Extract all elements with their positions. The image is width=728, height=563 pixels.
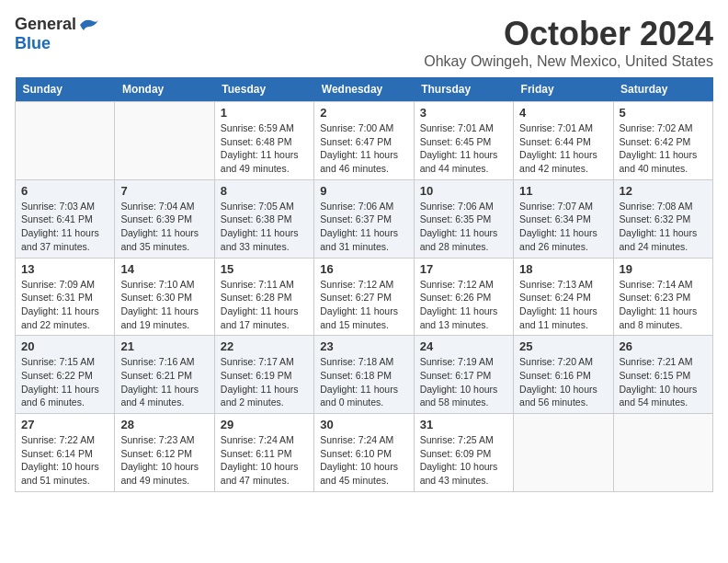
calendar-day-cell: 6Sunrise: 7:03 AMSunset: 6:41 PMDaylight… bbox=[16, 179, 115, 258]
day-number: 24 bbox=[420, 339, 507, 353]
calendar-day-cell: 2Sunrise: 7:00 AMSunset: 6:47 PMDaylight… bbox=[314, 102, 414, 180]
calendar-day-cell: 29Sunrise: 7:24 AMSunset: 6:11 PMDayligh… bbox=[214, 414, 313, 492]
day-info: Sunrise: 7:10 AMSunset: 6:30 PMDaylight:… bbox=[120, 278, 208, 332]
calendar-day-header: Tuesday bbox=[214, 77, 313, 102]
day-number: 13 bbox=[21, 262, 108, 276]
day-info: Sunrise: 7:24 AMSunset: 6:10 PMDaylight:… bbox=[320, 433, 407, 488]
day-number: 15 bbox=[221, 262, 308, 276]
day-info: Sunrise: 7:01 AMSunset: 6:45 PMDaylight:… bbox=[420, 121, 507, 176]
logo: General Blue bbox=[15, 15, 100, 53]
day-number: 10 bbox=[420, 184, 507, 198]
calendar-week-row: 20Sunrise: 7:15 AMSunset: 6:22 PMDayligh… bbox=[16, 336, 713, 414]
calendar-day-cell: 8Sunrise: 7:05 AMSunset: 6:38 PMDaylight… bbox=[214, 179, 313, 258]
calendar-day-cell: 30Sunrise: 7:24 AMSunset: 6:10 PMDayligh… bbox=[314, 414, 414, 492]
day-info: Sunrise: 7:15 AMSunset: 6:22 PMDaylight:… bbox=[21, 355, 108, 409]
calendar-day-cell: 25Sunrise: 7:20 AMSunset: 6:16 PMDayligh… bbox=[514, 336, 613, 414]
calendar-day-cell: 18Sunrise: 7:13 AMSunset: 6:24 PMDayligh… bbox=[514, 258, 613, 336]
calendar-day-cell: 17Sunrise: 7:12 AMSunset: 6:26 PMDayligh… bbox=[414, 258, 513, 336]
day-info: Sunrise: 7:25 AMSunset: 6:09 PMDaylight:… bbox=[420, 433, 507, 488]
day-info: Sunrise: 7:11 AMSunset: 6:28 PMDaylight:… bbox=[221, 278, 308, 332]
day-number: 27 bbox=[21, 418, 108, 431]
calendar-week-row: 13Sunrise: 7:09 AMSunset: 6:31 PMDayligh… bbox=[16, 258, 713, 336]
title-area: October 2024 Ohkay Owingeh, New Mexico, … bbox=[424, 15, 713, 70]
calendar-day-cell: 21Sunrise: 7:16 AMSunset: 6:21 PMDayligh… bbox=[115, 336, 214, 414]
day-number: 23 bbox=[320, 339, 407, 353]
calendar-day-cell: 12Sunrise: 7:08 AMSunset: 6:32 PMDayligh… bbox=[613, 179, 712, 258]
month-title: October 2024 bbox=[424, 15, 713, 53]
calendar-day-cell: 10Sunrise: 7:06 AMSunset: 6:35 PMDayligh… bbox=[414, 179, 513, 258]
calendar-day-header: Friday bbox=[514, 77, 613, 102]
day-info: Sunrise: 7:23 AMSunset: 6:12 PMDaylight:… bbox=[120, 433, 208, 488]
logo-bird-icon bbox=[78, 16, 100, 34]
calendar-day-cell: 20Sunrise: 7:15 AMSunset: 6:22 PMDayligh… bbox=[16, 336, 115, 414]
day-number: 5 bbox=[620, 106, 707, 120]
day-number: 22 bbox=[221, 339, 308, 353]
calendar-day-cell: 15Sunrise: 7:11 AMSunset: 6:28 PMDayligh… bbox=[214, 258, 313, 336]
day-number: 21 bbox=[120, 339, 208, 353]
day-info: Sunrise: 7:22 AMSunset: 6:14 PMDaylight:… bbox=[21, 433, 108, 488]
day-info: Sunrise: 7:01 AMSunset: 6:44 PMDaylight:… bbox=[519, 121, 607, 176]
day-info: Sunrise: 7:09 AMSunset: 6:31 PMDaylight:… bbox=[21, 278, 108, 332]
calendar-day-cell: 28Sunrise: 7:23 AMSunset: 6:12 PMDayligh… bbox=[115, 414, 214, 492]
day-number: 31 bbox=[420, 418, 507, 431]
page-header: General Blue October 2024 Ohkay Owingeh,… bbox=[15, 15, 713, 70]
day-number: 6 bbox=[21, 184, 108, 198]
day-info: Sunrise: 7:18 AMSunset: 6:18 PMDaylight:… bbox=[320, 355, 407, 409]
calendar-day-cell: 1Sunrise: 6:59 AMSunset: 6:48 PMDaylight… bbox=[214, 102, 313, 180]
day-info: Sunrise: 7:07 AMSunset: 6:34 PMDaylight:… bbox=[519, 200, 607, 254]
calendar-day-cell: 13Sunrise: 7:09 AMSunset: 6:31 PMDayligh… bbox=[16, 258, 115, 336]
calendar-day-cell: 23Sunrise: 7:18 AMSunset: 6:18 PMDayligh… bbox=[314, 336, 414, 414]
day-info: Sunrise: 7:00 AMSunset: 6:47 PMDaylight:… bbox=[320, 121, 407, 176]
day-number: 3 bbox=[420, 106, 507, 120]
day-number: 29 bbox=[221, 418, 308, 431]
calendar-day-cell bbox=[115, 102, 214, 180]
day-number: 1 bbox=[221, 106, 308, 120]
day-info: Sunrise: 7:04 AMSunset: 6:39 PMDaylight:… bbox=[120, 200, 208, 254]
logo-general: General bbox=[15, 15, 76, 34]
day-info: Sunrise: 7:06 AMSunset: 6:35 PMDaylight:… bbox=[420, 200, 507, 254]
calendar-day-header: Monday bbox=[115, 77, 214, 102]
calendar-day-cell: 24Sunrise: 7:19 AMSunset: 6:17 PMDayligh… bbox=[414, 336, 513, 414]
calendar-day-header: Sunday bbox=[16, 77, 115, 102]
calendar-day-cell: 31Sunrise: 7:25 AMSunset: 6:09 PMDayligh… bbox=[414, 414, 513, 492]
day-info: Sunrise: 7:21 AMSunset: 6:15 PMDaylight:… bbox=[620, 355, 707, 409]
calendar-day-cell: 22Sunrise: 7:17 AMSunset: 6:19 PMDayligh… bbox=[214, 336, 313, 414]
day-number: 16 bbox=[320, 262, 407, 276]
calendar-day-cell: 3Sunrise: 7:01 AMSunset: 6:45 PMDaylight… bbox=[414, 102, 513, 180]
day-info: Sunrise: 7:24 AMSunset: 6:11 PMDaylight:… bbox=[221, 433, 308, 488]
day-info: Sunrise: 7:05 AMSunset: 6:38 PMDaylight:… bbox=[221, 200, 308, 254]
day-number: 12 bbox=[620, 184, 707, 198]
day-number: 2 bbox=[320, 106, 407, 120]
calendar-table: SundayMondayTuesdayWednesdayThursdayFrid… bbox=[15, 77, 713, 492]
day-number: 17 bbox=[420, 262, 507, 276]
day-number: 4 bbox=[519, 106, 607, 120]
calendar-day-cell: 9Sunrise: 7:06 AMSunset: 6:37 PMDaylight… bbox=[314, 179, 414, 258]
calendar-week-row: 1Sunrise: 6:59 AMSunset: 6:48 PMDaylight… bbox=[16, 102, 713, 180]
calendar-day-cell bbox=[16, 102, 115, 180]
day-info: Sunrise: 7:14 AMSunset: 6:23 PMDaylight:… bbox=[620, 278, 707, 332]
calendar-day-cell: 4Sunrise: 7:01 AMSunset: 6:44 PMDaylight… bbox=[514, 102, 613, 180]
day-info: Sunrise: 6:59 AMSunset: 6:48 PMDaylight:… bbox=[221, 121, 308, 176]
day-info: Sunrise: 7:19 AMSunset: 6:17 PMDaylight:… bbox=[420, 355, 507, 409]
day-number: 28 bbox=[120, 418, 208, 431]
day-info: Sunrise: 7:12 AMSunset: 6:27 PMDaylight:… bbox=[320, 278, 407, 332]
calendar-day-header: Thursday bbox=[414, 77, 513, 102]
day-number: 26 bbox=[620, 339, 707, 353]
calendar-day-cell bbox=[514, 414, 613, 492]
calendar-week-row: 6Sunrise: 7:03 AMSunset: 6:41 PMDaylight… bbox=[16, 179, 713, 258]
day-number: 25 bbox=[519, 339, 607, 353]
day-number: 30 bbox=[320, 418, 407, 431]
calendar-day-cell: 26Sunrise: 7:21 AMSunset: 6:15 PMDayligh… bbox=[613, 336, 712, 414]
day-number: 19 bbox=[620, 262, 707, 276]
location: Ohkay Owingeh, New Mexico, United States bbox=[424, 53, 713, 70]
day-info: Sunrise: 7:03 AMSunset: 6:41 PMDaylight:… bbox=[21, 200, 108, 254]
calendar-week-row: 27Sunrise: 7:22 AMSunset: 6:14 PMDayligh… bbox=[16, 414, 713, 492]
day-number: 7 bbox=[120, 184, 208, 198]
calendar-day-cell: 5Sunrise: 7:02 AMSunset: 6:42 PMDaylight… bbox=[613, 102, 712, 180]
day-number: 20 bbox=[21, 339, 108, 353]
logo-blue: Blue bbox=[15, 34, 51, 52]
calendar-day-header: Saturday bbox=[613, 77, 712, 102]
day-info: Sunrise: 7:20 AMSunset: 6:16 PMDaylight:… bbox=[519, 355, 607, 409]
day-info: Sunrise: 7:08 AMSunset: 6:32 PMDaylight:… bbox=[620, 200, 707, 254]
day-info: Sunrise: 7:16 AMSunset: 6:21 PMDaylight:… bbox=[120, 355, 208, 409]
